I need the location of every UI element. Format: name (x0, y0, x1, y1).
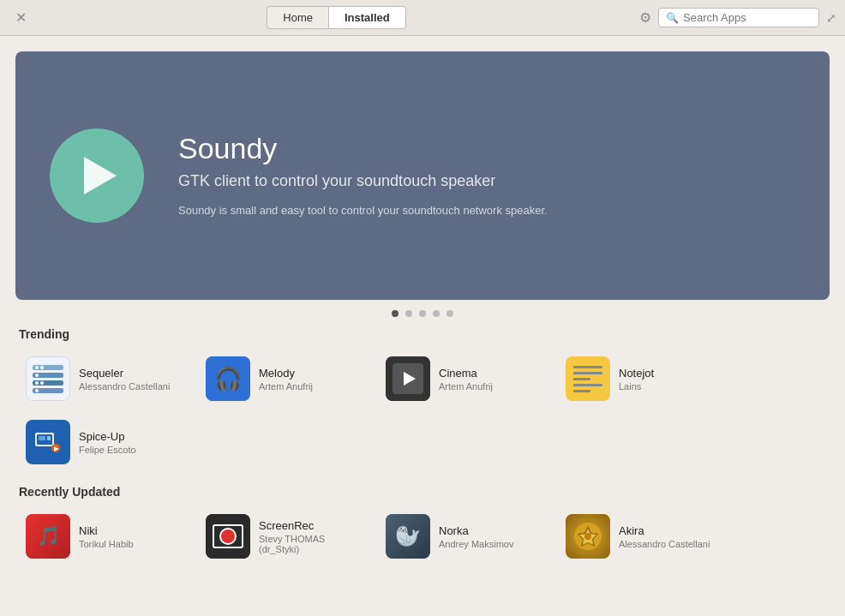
list-item[interactable]: ▶ Spice-Up Felipe Escoto (19, 415, 190, 469)
trending-title: Trending (19, 327, 826, 341)
norka-info: Norka Andrey Maksimov (439, 524, 513, 549)
svg-point-9 (584, 533, 591, 540)
search-box[interactable]: 🔍 (658, 8, 819, 27)
topbar-left: ✕ (9, 6, 33, 29)
list-item[interactable]: Notejot Lains (559, 351, 730, 406)
akira-icon (566, 514, 610, 559)
app-author: Alessandro Castellani (79, 381, 170, 392)
notejot-info: Notejot Lains (619, 367, 654, 392)
app-name: Norka (439, 524, 513, 537)
trending-app-row: Sequeler Alessandro Castellani 🎧 Melody … (19, 351, 826, 469)
app-author: Artem Anufrij (439, 381, 493, 392)
screenrec-info: ScreenRec Stevy THOMAS (dr_Styki) (259, 519, 363, 554)
app-author: Lains (619, 381, 654, 392)
app-author: Andrey Maksimov (439, 539, 513, 549)
spiceup-info: Spice-Up Felipe Escoto (79, 430, 136, 455)
trending-section: Trending Sequeler Alessandro Castellani (0, 327, 845, 469)
list-item[interactable]: 🎧 Melody Artem Anufrij (199, 351, 370, 406)
settings-icon[interactable]: ⚙ (639, 9, 651, 26)
hero-app-subtitle: GTK client to control your soundtouch sp… (178, 172, 548, 190)
recently-updated-title: Recently Updated (19, 485, 826, 499)
hero-app-title: Soundy (178, 132, 548, 165)
topbar-center: Home Installed (267, 6, 405, 29)
topbar-right: ⚙ 🔍 ⤢ (639, 8, 836, 27)
search-input[interactable] (683, 11, 812, 24)
app-author: Artem Anufrij (259, 381, 313, 392)
hero-app-icon (50, 129, 144, 223)
akira-svg (572, 521, 603, 552)
list-item[interactable]: ScreenRec Stevy THOMAS (dr_Styki) (199, 509, 370, 564)
dot-4[interactable] (433, 310, 440, 317)
app-name: Sequeler (79, 367, 170, 380)
app-author: Alessandro Castellani (619, 539, 710, 549)
app-name: Akira (619, 524, 710, 537)
cinema-icon (386, 356, 430, 401)
cinema-info: Cinema Artem Anufrij (439, 367, 493, 392)
sequeler-info: Sequeler Alessandro Castellani (79, 367, 170, 392)
list-item[interactable]: 🦭 Norka Andrey Maksimov (379, 509, 550, 564)
dot-3[interactable] (419, 310, 426, 317)
screenrec-icon (206, 514, 250, 559)
app-name: Notejot (619, 367, 654, 380)
app-name: Melody (259, 367, 313, 380)
hero-banner: Soundy GTK client to control your soundt… (15, 51, 830, 300)
hero-text: Soundy GTK client to control your soundt… (178, 132, 548, 220)
dot-1[interactable] (392, 310, 399, 317)
cinema-play-icon (404, 372, 416, 386)
list-item[interactable]: Cinema Artem Anufrij (379, 351, 550, 406)
list-item[interactable]: Akira Alessandro Castellani (559, 509, 730, 564)
fullscreen-icon[interactable]: ⤢ (826, 11, 836, 25)
niki-info: Niki Torikul Habib (79, 524, 134, 549)
sequeler-icon (26, 356, 70, 401)
spiceup-icon: ▶ (26, 420, 70, 464)
home-tab[interactable]: Home (267, 6, 328, 29)
topbar: ✕ Home Installed ⚙ 🔍 ⤢ (0, 0, 845, 36)
notejot-icon (566, 356, 610, 401)
list-item[interactable]: Sequeler Alessandro Castellani (19, 351, 190, 406)
headphone-icon: 🎧 (214, 366, 242, 392)
rec-circle (219, 528, 237, 545)
niki-icon: 🎵 (26, 514, 70, 559)
installed-tab[interactable]: Installed (328, 6, 406, 29)
search-icon: 🔍 (666, 12, 679, 24)
main-content: Soundy GTK client to control your soundt… (0, 36, 845, 616)
norka-icon-symbol: 🦭 (395, 524, 421, 548)
carousel-dots (0, 310, 845, 317)
recently-updated-app-row: 🎵 Niki Torikul Habib (19, 509, 826, 564)
app-author: Stevy THOMAS (dr_Styki) (259, 534, 363, 554)
recently-updated-section: Recently Updated 🎵 Niki Torikul Habib (0, 485, 845, 564)
app-name: ScreenRec (259, 519, 363, 532)
melody-icon: 🎧 (206, 356, 250, 401)
app-name: Cinema (439, 367, 493, 380)
app-name: Niki (79, 524, 134, 537)
list-item[interactable]: 🎵 Niki Torikul Habib (19, 509, 190, 564)
dot-2[interactable] (405, 310, 412, 317)
play-icon (84, 157, 117, 194)
svg-rect-3 (47, 436, 51, 440)
melody-info: Melody Artem Anufrij (259, 367, 313, 392)
hero-app-description: Soundy is small and easy tool to control… (178, 202, 548, 220)
close-button[interactable]: ✕ (9, 6, 33, 29)
niki-icon-symbol: 🎵 (37, 525, 60, 547)
app-author: Felipe Escoto (79, 445, 136, 455)
akira-info: Akira Alessandro Castellani (619, 524, 710, 549)
svg-rect-2 (39, 436, 45, 440)
norka-icon: 🦭 (386, 514, 430, 559)
spiceup-svg: ▶ (33, 428, 63, 457)
app-author: Torikul Habib (79, 539, 134, 549)
app-name: Spice-Up (79, 430, 136, 443)
dot-5[interactable] (446, 310, 453, 317)
screen-frame (213, 524, 243, 548)
